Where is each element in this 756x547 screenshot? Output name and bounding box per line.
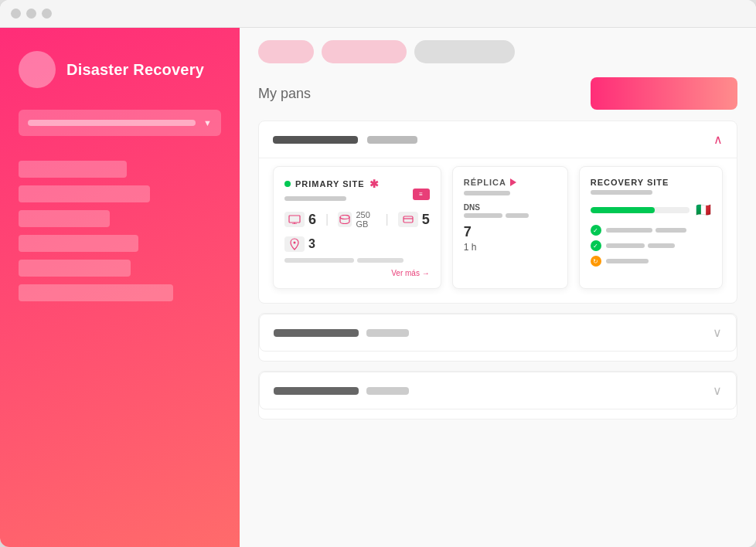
accordion-main: ∧ PRIMARY SITE ✱: [258, 121, 737, 304]
accordion-main-body: PRIMARY SITE ✱ 6: [259, 158, 737, 303]
check-bars-2: [606, 243, 675, 248]
replica-title: RÉPLICA: [464, 178, 557, 187]
location-count: 3: [308, 237, 315, 251]
stat-vms: 6: [284, 212, 316, 228]
accordion-collapsed-1[interactable]: ∨: [258, 313, 737, 362]
create-plan-button[interactable]: [591, 77, 737, 110]
collapsed-1-bar2: [366, 329, 409, 337]
titlebar: [0, 0, 756, 28]
svg-point-3: [340, 216, 349, 219]
traffic-light-green: [42, 8, 52, 19]
primary-card-inner: 6 | 250 GB |: [284, 210, 430, 277]
sidebar-title: Disaster Recovery: [66, 61, 204, 79]
primary-bottom: 3: [284, 236, 430, 252]
right-panel: My pans ∧: [240, 28, 756, 547]
dns-bar1: [464, 213, 502, 218]
stat-location: 3: [284, 236, 315, 252]
check-item-3: ↻: [591, 256, 711, 267]
red-flag-indicator: ≡: [413, 189, 430, 200]
collapsed-2-bar2: [366, 387, 409, 395]
traffic-light-yellow: [26, 8, 36, 19]
cbar4: [648, 243, 675, 248]
replica-count: 7: [464, 224, 557, 240]
sites-row: PRIMARY SITE ✱ 6: [273, 166, 723, 289]
check-item-2: ✓: [591, 240, 711, 251]
recovery-check-list: ✓ ✓: [591, 225, 711, 267]
collapsed-accordion-2-header[interactable]: ∨: [259, 372, 737, 409]
vm2-count: 5: [422, 212, 430, 228]
page-header: My pans: [258, 77, 737, 110]
top-tabs: [258, 40, 737, 63]
cbar5: [606, 259, 649, 263]
accordion-header-bar2: [367, 136, 417, 144]
check-orange-icon: ↻: [591, 256, 601, 267]
primary-title-bar: [284, 196, 346, 201]
check-green-icon-2: ✓: [591, 240, 601, 251]
primary-link[interactable]: Ver más →: [284, 269, 430, 277]
cbar1: [606, 228, 652, 233]
sidebar-item-5[interactable]: [19, 260, 131, 277]
svg-rect-0: [289, 216, 300, 223]
dns-label: DNS: [464, 203, 557, 212]
chevron-down-icon-2: ∨: [713, 383, 722, 398]
storage-value: 250 GB: [356, 210, 376, 229]
sidebar-item-3[interactable]: [19, 210, 110, 227]
cbar3: [606, 243, 645, 248]
svg-rect-4: [404, 216, 413, 223]
tab-1[interactable]: [258, 40, 314, 63]
sidebar-item-2[interactable]: [19, 185, 150, 202]
primary-bars: [284, 258, 430, 263]
sidebar-nav: [19, 161, 221, 301]
page-title: My pans: [258, 86, 311, 102]
recovery-progress-row: 🇮🇹: [591, 202, 711, 217]
primary-bar-1: [284, 258, 354, 263]
accordion-main-header[interactable]: ∧: [259, 121, 737, 158]
recovery-progress-fill: [591, 207, 655, 213]
check-green-icon-1: ✓: [591, 225, 601, 236]
accordion-collapsed-2[interactable]: ∨: [258, 371, 737, 420]
tab-2[interactable]: [322, 40, 407, 63]
collapsed-accordion-1-header[interactable]: ∨: [259, 314, 737, 352]
app-window: Disaster Recovery ▼: [0, 0, 756, 547]
collapsed-1-bar1: [274, 329, 359, 337]
primary-bar-2: [357, 258, 404, 263]
sidebar-item-6[interactable]: [19, 284, 173, 301]
chevron-down-icon-1: ∨: [713, 325, 722, 340]
vm2-icon: [398, 212, 418, 227]
sidebar-header: Disaster Recovery: [19, 51, 221, 88]
chevron-up-icon: ∧: [713, 132, 723, 147]
sidebar-dropdown[interactable]: ▼: [19, 110, 221, 136]
vm-count: 6: [308, 212, 316, 228]
tab-3[interactable]: [414, 40, 515, 63]
avatar: [19, 51, 56, 88]
replica-time: 1 h: [464, 242, 557, 253]
cbar2: [656, 228, 686, 233]
sidebar-item-4[interactable]: [19, 235, 138, 252]
location-icon: [284, 236, 305, 252]
recovery-site-card: RECOVERY SITE 🇮🇹 ✓: [579, 166, 723, 289]
accordion-header-left: [273, 136, 417, 144]
flag-icon: 🇮🇹: [696, 202, 711, 217]
main-content: Disaster Recovery ▼: [0, 28, 756, 547]
replica-field-bars: [464, 213, 557, 218]
stat-storage: 250 GB: [338, 210, 376, 229]
primary-status-dot: [284, 181, 291, 187]
sidebar-item-1[interactable]: [19, 161, 127, 178]
primary-stats: 6 | 250 GB |: [284, 210, 430, 229]
dropdown-bar: [28, 120, 196, 126]
primary-site-title: PRIMARY SITE ✱: [284, 178, 430, 190]
primary-site-card: PRIMARY SITE ✱ 6: [273, 166, 441, 289]
collapsed-1-left: [274, 329, 409, 337]
check-bars-3: [606, 259, 649, 263]
recovery-title: RECOVERY SITE: [591, 178, 711, 187]
vm-icon: [284, 212, 305, 227]
svg-point-6: [294, 242, 296, 244]
accordion-header-bar1: [273, 136, 358, 144]
replica-site-card: RÉPLICA DNS 7 1 h: [452, 166, 568, 289]
stat-vms2: 5: [398, 212, 430, 228]
recovery-bar: [591, 190, 652, 195]
check-item-1: ✓: [591, 225, 711, 236]
recovery-progress-bg: [591, 207, 690, 213]
dns-bar2: [506, 213, 529, 218]
check-bars-1: [606, 228, 686, 233]
